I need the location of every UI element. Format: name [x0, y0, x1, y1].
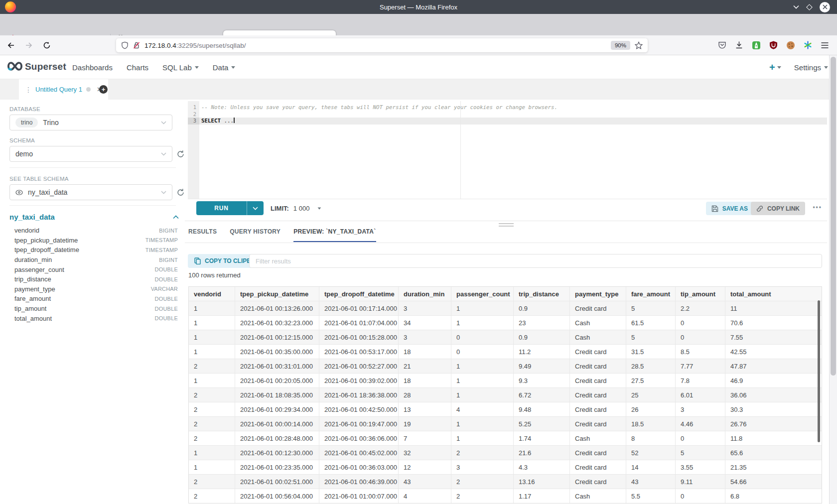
- table-cell: 2: [189, 431, 235, 445]
- table-cell: Credit card: [569, 359, 626, 373]
- table-select[interactable]: ny_taxi_data: [9, 184, 172, 200]
- table-row: 12021-06-01 00:32:23.0002021-06-01 01:07…: [189, 315, 822, 330]
- collapse-table-icon[interactable]: [173, 215, 179, 219]
- refresh-tables-icon[interactable]: [176, 188, 185, 197]
- divider: [9, 167, 176, 168]
- table-cell: 4.3: [513, 460, 569, 474]
- superset-brand[interactable]: Superset: [25, 61, 66, 72]
- table-cell: Cash: [569, 330, 626, 344]
- zoom-level-badge[interactable]: 90%: [611, 41, 630, 50]
- tabbar-border: [185, 243, 827, 243]
- table-cell: 8.5: [675, 345, 725, 359]
- window-maximize-icon[interactable]: [806, 4, 813, 10]
- cookie-icon[interactable]: [786, 41, 795, 50]
- filter-results-input[interactable]: [249, 254, 822, 268]
- nav-item-sql-lab[interactable]: SQL Lab: [162, 63, 199, 72]
- table-cell: 0: [451, 345, 513, 359]
- table-cell: 42.55: [725, 345, 822, 359]
- shield-icon[interactable]: [121, 41, 129, 49]
- table-cell: 5.25: [513, 417, 569, 431]
- run-options-icon[interactable]: [247, 201, 264, 215]
- table-cell: 7.8: [675, 374, 725, 387]
- column-header[interactable]: tpep_dropoff_datetime: [319, 287, 398, 301]
- add-query-tab-button[interactable]: +: [99, 85, 108, 94]
- table-cell: 2021-06-01 00:17:14.000: [319, 301, 398, 315]
- window-title: Superset — Mozilla Firefox: [380, 3, 457, 11]
- menu-hamburger-icon[interactable]: [821, 42, 829, 49]
- table-scrollbar-thumb[interactable]: [818, 300, 820, 442]
- copy-link-button[interactable]: COPY LINK: [751, 202, 805, 215]
- table-cell: 18: [398, 345, 451, 359]
- table-cell: 11: [725, 301, 822, 315]
- bookmark-star-icon[interactable]: [635, 41, 643, 49]
- column-header[interactable]: passenger_count: [451, 287, 513, 301]
- table-cell: 2: [189, 359, 235, 373]
- column-header[interactable]: vendorid: [189, 287, 235, 301]
- nav-item-data[interactable]: Data: [213, 63, 236, 72]
- table-cell: 18.5: [626, 417, 675, 431]
- sql-editor[interactable]: 123 -- Note: Unless you save your query,…: [188, 101, 827, 199]
- nav-item-charts[interactable]: Charts: [127, 63, 148, 72]
- column-header[interactable]: payment_type: [569, 287, 626, 301]
- new-item-button[interactable]: +: [769, 62, 781, 73]
- column-header[interactable]: tip_amount: [675, 287, 725, 301]
- results-tab-1[interactable]: QUERY HISTORY: [230, 228, 280, 242]
- reload-button[interactable]: [43, 41, 51, 49]
- chevron-down-icon: [161, 121, 166, 125]
- table-column-row: tpep_dropoff_datetimeTIMESTAMP: [9, 245, 179, 255]
- results-tab-2[interactable]: PREVIEW: `NY_TAXI_DATA`: [293, 228, 376, 242]
- save-as-button[interactable]: SAVE AS: [706, 202, 753, 215]
- page-scrollbar-thumb[interactable]: [831, 57, 836, 376]
- window-close-icon[interactable]: [820, 2, 830, 12]
- results-tab-0[interactable]: RESULTS: [188, 228, 217, 242]
- nav-item-dashboards[interactable]: Dashboards: [72, 63, 113, 72]
- privacy-badger-icon[interactable]: [752, 41, 761, 50]
- column-type: VARCHAR: [151, 286, 178, 292]
- column-header[interactable]: total_amount: [725, 287, 822, 301]
- table-cell: 0: [451, 330, 513, 344]
- table-cell: 2021-06-01 00:29:34.000: [235, 402, 319, 416]
- settings-menu[interactable]: Settings: [794, 63, 828, 72]
- page-scrollbar[interactable]: [829, 55, 837, 504]
- table-cell: 31.5: [626, 345, 675, 359]
- table-cell: 14: [626, 460, 675, 474]
- url-bar[interactable]: 172.18.0.4:32295/superset/sqllab/ 90%: [116, 38, 648, 52]
- table-cell: 2021-06-01 18:36:38.000: [319, 388, 398, 402]
- forward-button[interactable]: [25, 41, 33, 49]
- extension-asterisk-icon[interactable]: [804, 41, 812, 49]
- browser-tabstrip: MinIO Console Cluster Overview - Trino S…: [0, 14, 837, 35]
- table-cell: 4: [398, 489, 451, 503]
- table-cell: 5.5: [626, 489, 675, 503]
- window-minimize-icon[interactable]: [793, 5, 799, 9]
- insecure-lock-icon[interactable]: [133, 41, 140, 49]
- back-button[interactable]: [7, 41, 15, 49]
- schema-label: SCHEMA: [9, 137, 185, 143]
- table-column-row: tpep_pickup_datetimeTIMESTAMP: [9, 236, 179, 246]
- schema-select[interactable]: demo: [9, 146, 172, 162]
- drag-handle-icon[interactable]: ⋮: [25, 86, 31, 94]
- table-cell: 0: [675, 316, 725, 330]
- refresh-schemas-icon[interactable]: [176, 150, 185, 158]
- query-tab-label: Untitled Query 1: [35, 86, 82, 93]
- table-cell: 2021-06-01 00:35:00.000: [235, 345, 319, 359]
- database-select[interactable]: trino Trino: [9, 115, 172, 130]
- column-type: DOUBLE: [155, 315, 178, 321]
- table-schema-title[interactable]: ny_taxi_data: [9, 213, 55, 221]
- query-tab-active[interactable]: ⋮ Untitled Query 1 ✕: [19, 79, 108, 100]
- pocket-icon[interactable]: [718, 41, 726, 49]
- table-cell: 1: [189, 374, 235, 387]
- editor-code-area[interactable]: -- Note: Unless you save your query, the…: [199, 101, 827, 199]
- more-options-button[interactable]: •••: [813, 204, 822, 211]
- column-header[interactable]: tpep_pickup_datetime: [235, 287, 319, 301]
- table-cell: 19: [398, 417, 451, 431]
- column-header[interactable]: trip_distance: [513, 287, 569, 301]
- download-icon[interactable]: [735, 41, 743, 49]
- column-header[interactable]: duration_min: [398, 287, 451, 301]
- limit-dropdown[interactable]: LIMIT: 1 000: [271, 201, 321, 215]
- run-button[interactable]: RUN: [196, 201, 264, 215]
- clipboard-icon: [194, 257, 201, 264]
- pane-resize-handle[interactable]: [499, 223, 514, 228]
- ublock-origin-icon[interactable]: [769, 41, 778, 49]
- column-header[interactable]: fare_amount: [626, 287, 675, 301]
- superset-logo-icon[interactable]: [6, 61, 24, 72]
